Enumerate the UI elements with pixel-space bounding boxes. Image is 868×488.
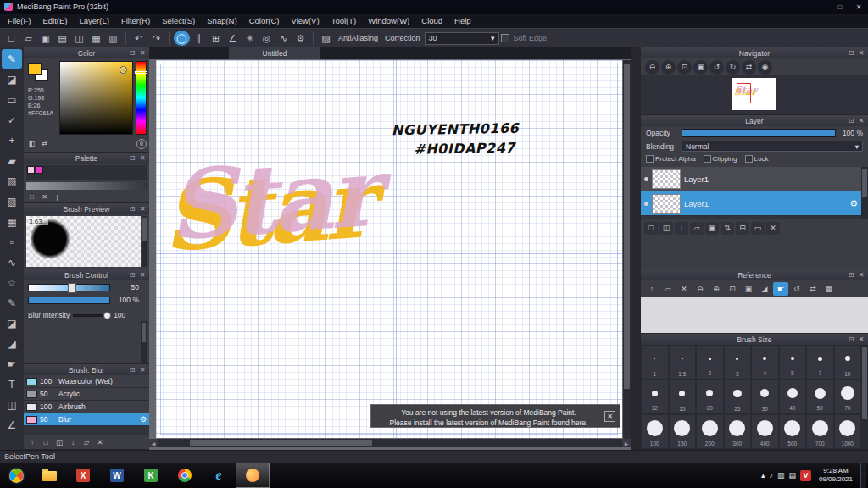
palette-scroll-strip[interactable] <box>26 182 147 190</box>
unikey-icon[interactable]: V <box>800 470 811 481</box>
save-icon[interactable]: ▣ <box>37 30 53 46</box>
materials-icon[interactable]: ▥ <box>105 30 121 46</box>
brush-duplicate-icon[interactable]: ◫ <box>53 437 65 448</box>
color-swap-icon[interactable]: ⇄ <box>39 139 50 149</box>
menu-window[interactable]: Window(W) <box>362 14 415 28</box>
brush-size-30[interactable]: 30 <box>751 380 779 414</box>
popout-icon[interactable]: ⊡ <box>847 117 855 125</box>
blur-intensity-knob[interactable] <box>103 312 111 319</box>
soft-edge-checkbox[interactable] <box>501 34 509 42</box>
notification-close-icon[interactable]: ✕ <box>604 411 615 422</box>
measure-tool[interactable]: ∠ <box>2 415 22 435</box>
chrome-icon[interactable] <box>168 463 202 488</box>
brush-size-40[interactable]: 40 <box>779 380 807 414</box>
medibang-icon[interactable] <box>236 463 270 488</box>
clipping-checkbox[interactable] <box>704 155 711 163</box>
brush-size-700[interactable]: 700 <box>806 414 834 449</box>
menu-color[interactable]: Color(C) <box>243 14 286 28</box>
nav-rotate-right-icon[interactable]: ↻ <box>726 60 740 75</box>
lock-checkbox[interactable] <box>745 155 753 163</box>
palette-delete-icon[interactable]: ✕ <box>39 191 50 202</box>
preview-scrollbar[interactable] <box>142 216 147 267</box>
snap-parallel-icon[interactable]: ∥ <box>191 30 207 46</box>
redo-icon[interactable]: ↷ <box>148 30 164 46</box>
palette-divider-icon[interactable]: | <box>52 191 63 202</box>
menu-cloud[interactable]: Cloud <box>415 14 448 28</box>
nav-zoom-out-icon[interactable]: ⊖ <box>645 60 659 75</box>
menu-view[interactable]: View(V) <box>286 14 326 28</box>
layer-settings-icon[interactable]: ⚙ <box>849 198 858 209</box>
opacity-slider[interactable] <box>682 129 836 137</box>
close-panel-icon[interactable]: ✕ <box>857 336 865 343</box>
brush-size-20[interactable]: 20 <box>696 380 724 414</box>
popout-icon[interactable]: ⊡ <box>128 271 136 279</box>
ref-fit-icon[interactable]: ⊡ <box>725 282 740 296</box>
layer-clear-icon[interactable]: ▭ <box>751 222 765 235</box>
popout-icon[interactable]: ⊡ <box>128 366 136 374</box>
close-panel-icon[interactable]: ✕ <box>857 49 865 57</box>
close-panel-icon[interactable]: ✕ <box>857 117 865 125</box>
layer-transfer-icon[interactable]: ↓ <box>675 222 688 235</box>
menu-filter[interactable]: Filter(R) <box>115 14 156 28</box>
nav-flip-icon[interactable]: ⇄ <box>742 60 756 75</box>
eyedropper-tool[interactable]: ◢ <box>2 334 22 353</box>
brush-size-15[interactable]: 15 <box>669 380 697 414</box>
scroll-right-icon[interactable]: ▶ <box>622 439 631 447</box>
select-pen-tool[interactable]: ✎ <box>2 293 22 313</box>
brush-delete-icon[interactable]: ✕ <box>94 437 106 448</box>
nav-zoom-in-icon[interactable]: ⊕ <box>661 60 676 75</box>
palette-swatch-0[interactable] <box>27 166 35 174</box>
nav-rotate-left-icon[interactable]: ↺ <box>709 60 724 75</box>
canvas-tab-untitled[interactable]: Untitled <box>229 47 320 59</box>
menu-layer[interactable]: Layer(L) <box>74 14 115 28</box>
palette-menu-icon[interactable]: ⋯ <box>64 191 75 202</box>
brush-folder-icon[interactable]: ▱ <box>81 437 92 448</box>
snap-cross-icon[interactable]: ⊞ <box>208 30 224 46</box>
rect-select-tool[interactable]: ▭ <box>2 90 22 109</box>
correction-dropdown[interactable]: 30 ▾ <box>425 32 499 45</box>
close-panel-icon[interactable]: ✕ <box>138 205 147 213</box>
ref-zoom-in-icon[interactable]: ⊕ <box>709 282 724 296</box>
brush-size-25[interactable]: 25 <box>724 380 752 414</box>
text-tool[interactable]: T <box>2 374 22 394</box>
magic-wand-tool[interactable]: ☆ <box>2 273 22 292</box>
menu-snap[interactable]: Snap(N) <box>201 14 242 28</box>
brush-size-scrollbar[interactable] <box>861 345 868 449</box>
brush-size-knob[interactable] <box>68 283 76 293</box>
network-icon[interactable]: ▥ <box>777 471 785 480</box>
gradient-tool[interactable]: ▧ <box>2 191 22 211</box>
brush-size-200[interactable]: 200 <box>696 414 724 449</box>
close-button[interactable]: ✕ <box>849 0 868 14</box>
snap-off-icon[interactable]: ◯ <box>174 30 190 46</box>
menu-help[interactable]: Help <box>448 14 477 28</box>
palette-add-icon[interactable]: □ <box>26 191 37 202</box>
export-icon[interactable]: ▤ <box>54 30 70 46</box>
snap-settings-icon[interactable]: ⚙ <box>292 30 309 46</box>
ref-flip-icon[interactable]: ⇄ <box>805 282 821 296</box>
copy-icon[interactable]: ◫ <box>71 30 87 46</box>
dot-tool[interactable]: ▫ <box>2 232 22 252</box>
ref-up-icon[interactable]: ↑ <box>644 282 659 296</box>
brush-down-icon[interactable]: ↓ <box>67 437 79 448</box>
antialiasing-icon[interactable]: ▨ <box>318 30 334 46</box>
pen-tool[interactable]: ✎ <box>2 49 22 69</box>
taskbar-clock[interactable]: 9:28 AM 09/09/2021 <box>815 467 856 485</box>
brush-size-7[interactable]: 7 <box>806 345 834 380</box>
popout-icon[interactable]: ⊡ <box>847 49 855 57</box>
tile-tool[interactable]: ▦ <box>2 212 22 231</box>
layer-order-icon[interactable]: ⇅ <box>721 222 734 235</box>
protect-alpha-checkbox[interactable] <box>646 155 654 163</box>
close-panel-icon[interactable]: ✕ <box>857 271 865 279</box>
menu-edit[interactable]: Edit(E) <box>36 14 73 28</box>
brush-size-1[interactable]: 1 <box>641 345 669 380</box>
show-desktop-button[interactable] <box>860 463 866 488</box>
layer-list-scrollbar[interactable] <box>861 167 868 219</box>
nav-actual-size-icon[interactable]: ▣ <box>693 60 708 75</box>
ref-image-icon[interactable]: ▦ <box>821 282 837 296</box>
canvas-vertical-scrollbar[interactable] <box>623 60 631 439</box>
brush-size-50[interactable]: 50 <box>806 380 834 414</box>
layer-folder-icon[interactable]: ▱ <box>690 222 704 235</box>
canvas-document[interactable]: Star NGUYENTH0166 #H0IDAP247 <box>156 60 622 438</box>
ref-eyedropper-icon[interactable]: ◢ <box>757 282 772 296</box>
brush-size-150[interactable]: 150 <box>669 414 697 449</box>
